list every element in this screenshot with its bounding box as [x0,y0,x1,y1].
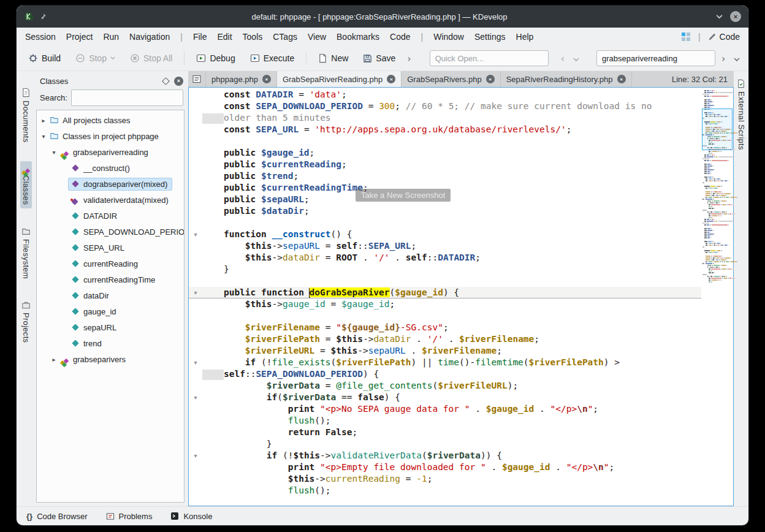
window-menu-chevron-icon[interactable] [716,14,723,19]
menu-tools[interactable]: Tools [243,32,263,42]
code-line[interactable]: public $trend; [189,170,701,182]
toolview-button-code-browser[interactable]: {}Code Browser [26,512,88,521]
tree-item-gauge-id[interactable]: gauge_id [37,303,184,319]
code-line[interactable] [189,135,701,147]
tab-phppage-php[interactable]: phppage.php× [206,71,277,87]
code-line[interactable]: print "<p>No SEPA gauge data for " . $ga… [189,403,701,415]
code-line[interactable]: ▾ if (!file_exists($riverFilePath) || ti… [189,357,701,368]
toolbar-search-input[interactable] [596,50,715,66]
code-line[interactable]: return False; [189,427,701,438]
save-button[interactable]: Save [357,50,401,66]
code-line[interactable]: const SEPA_URL = 'http://apps.sepa.org.u… [189,124,701,135]
nav-back-icon[interactable]: ‹ [558,53,567,64]
toolbar-overflow-icon[interactable]: › [405,53,413,64]
window-close-button[interactable]: × [730,11,741,22]
code-line[interactable]: const DATADIR = 'data'; [189,89,701,101]
code-line[interactable]: $riverFilename = "${gauge_id}-SG.csv"; [189,322,701,333]
toolview-tab-external-scripts[interactable]: External Scripts [736,76,747,153]
tree-item-sepaurl[interactable]: sepaURL [37,319,184,335]
tab-close-icon[interactable]: × [262,75,271,83]
document-list-icon[interactable] [188,71,206,87]
tree-item-classes-in-project-phppage[interactable]: ▾Classes in project phppage [37,128,184,144]
toolview-tab-projects[interactable]: Projects [20,298,32,346]
tree-item-sepa-download-period[interactable]: SEPA_DOWNLOAD_PERIOD [37,224,184,240]
minimap-viewport[interactable] [702,108,733,150]
expand-arrow-icon[interactable]: ▸ [50,356,58,363]
search-next-icon[interactable]: › [719,53,728,64]
tab-close-icon[interactable]: × [486,75,495,83]
quick-open-input[interactable] [430,50,549,66]
code-line[interactable]: flush(); [189,485,701,496]
code-line[interactable]: $riverFilePath = $this->dataDir . '/' . … [189,333,701,345]
tree-item-grabseparivers[interactable]: ▸grabseparivers [37,351,184,367]
tree-item-trend[interactable]: trend [37,335,184,351]
pin-icon[interactable] [39,13,47,21]
minimap-scrollbar[interactable] [701,88,733,506]
code-line[interactable]: $this->gauge_id = $gauge_id; [189,298,701,310]
stop-button[interactable]: Stop [70,50,121,66]
tree-item-grabsepariverreading[interactable]: ▾grabsepariverreading [37,144,184,160]
menu-ctags[interactable]: CTags [273,32,297,42]
code-line[interactable]: const SEPA_DOWNLOAD_PERIOD = 300; // 60 … [189,101,701,112]
menu-window[interactable]: Window [433,32,464,42]
tree-item-all-projects-classes[interactable]: ▸All projects classes [37,112,184,128]
code-line[interactable]: ▾ function __construct() { [189,229,701,240]
code-line[interactable]: ▾ if($riverData == false) { [189,392,701,403]
menu-view[interactable]: View [308,32,326,42]
menu-settings[interactable]: Settings [474,32,506,42]
menu-edit[interactable]: Edit [217,32,232,42]
code-line[interactable]: $this->sepaURL = self::SEPA_URL; [189,240,701,252]
classes-search-input[interactable] [71,89,183,106]
toolview-button-problems[interactable]: Problems [106,512,153,521]
code-line[interactable]: public $currentReading; [189,159,701,170]
code-line[interactable]: $this->dataDir = ROOT . '/' . self::DATA… [189,252,701,264]
code-line[interactable]: ▾ if (!$this->validateRiverData($riverDa… [189,450,701,462]
toolview-button-konsole[interactable]: Konsole [170,512,212,521]
tab-close-icon[interactable]: × [617,75,626,83]
editor[interactable]: const DATADIR = 'data'; const SEPA_DOWNL… [188,87,734,506]
execute-button[interactable]: Execute [245,50,300,66]
collapse-arrow-icon[interactable]: ▾ [39,133,48,140]
debug-button[interactable]: Debug [191,50,240,66]
tab-grabseparivers-php[interactable]: GrabSepaRivers.php× [402,71,500,87]
code-line[interactable]: older than 5 minutes [189,112,701,124]
new-button[interactable]: New [313,50,354,66]
fold-marker-icon[interactable]: ▾ [189,229,202,240]
collapse-arrow-icon[interactable]: ▾ [50,149,58,156]
menu-code[interactable]: Code [390,32,410,42]
fold-marker-icon[interactable]: ▾ [189,392,202,403]
fold-marker-icon[interactable]: ▾ [189,450,202,462]
code-line[interactable] [189,275,701,287]
tab-separiverreadinghistory-php[interactable]: SepaRiverReadingHistory.php× [501,71,632,87]
code-line[interactable]: } [189,438,701,450]
fold-marker-icon[interactable]: ▾ [189,287,202,298]
tab-grabsepariverreading-php[interactable]: GrabSepaRiverReading.php× [277,71,402,87]
code-line[interactable]: $riverFileURL = $this->sepaURL . $riverF… [189,345,701,357]
tree-item-datadir[interactable]: dataDir [37,287,184,303]
menu-file[interactable]: File [193,32,207,42]
tree-item-sepa-url[interactable]: SEPA_URL [37,240,184,256]
code-line[interactable] [189,310,701,322]
menu-navigation[interactable]: Navigation [129,32,170,42]
toolview-tab-classes[interactable]: Classes [20,161,32,208]
code-line[interactable]: } [189,264,701,275]
code-line[interactable]: self::SEPA_DOWNLOAD_PERIOD) { [189,368,701,380]
build-button[interactable]: Build [23,50,66,66]
code-line[interactable] [189,217,701,229]
menu-project[interactable]: Project [66,32,93,42]
menu-bookmarks[interactable]: Bookmarks [337,32,379,42]
code-line[interactable]: $this->currentReading = -1; [189,473,701,485]
tree-item-dograbsepariver-mixed[interactable]: dograbsepariver(mixed) [37,176,184,192]
tree-item-construct[interactable]: __construct() [37,160,184,176]
code-line[interactable]: print "<p>Empty file downloaded for " . … [189,462,701,473]
code-line-current[interactable]: ▾ public function doGrabSepaRiver($gauge… [189,287,701,298]
stop-all-button[interactable]: Stop All [124,50,178,66]
classes-panel-close-icon[interactable]: × [174,77,183,86]
toolview-tab-documents[interactable]: Documents [20,85,32,145]
toolview-tab-filesystem[interactable]: Filesystem [20,224,32,282]
menu-run[interactable]: Run [103,32,119,42]
code-line[interactable]: $riverData = @file_get_contents($riverFi… [189,380,701,392]
tree-item-datadir[interactable]: DATADIR [37,208,184,224]
code-line[interactable]: flush(); [189,415,701,427]
titlebar[interactable]: default: phppage - [ phppage:GrabSepaRiv… [17,6,748,28]
